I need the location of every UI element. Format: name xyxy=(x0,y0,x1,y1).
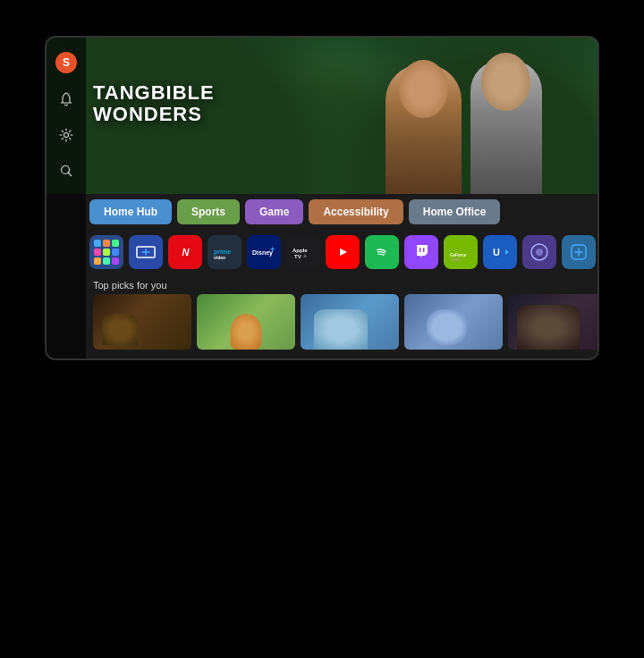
twitch-icon[interactable] xyxy=(404,235,438,269)
svg-text:video: video xyxy=(214,255,225,260)
tv-screen: S TANGBIBLE WONDERS xyxy=(45,36,599,360)
home-office-button[interactable]: Home Office xyxy=(409,199,501,224)
netflix-icon[interactable]: N xyxy=(168,235,202,269)
thumbnail-5[interactable] xyxy=(508,294,597,350)
thumbnail-3[interactable] xyxy=(301,294,399,350)
top-picks-label: Top picks for you xyxy=(47,274,597,294)
svg-point-22 xyxy=(536,249,543,256)
home-hub-button[interactable]: Home Hub xyxy=(89,199,172,224)
thumbnail-4[interactable] xyxy=(404,294,503,350)
spotify-icon[interactable] xyxy=(365,235,399,269)
svg-text:NOW: NOW xyxy=(452,257,461,262)
misc-app-1-icon[interactable] xyxy=(522,235,556,269)
disney-plus-icon[interactable]: Disney + xyxy=(247,235,281,269)
svg-text:+: + xyxy=(303,253,307,259)
all-apps-icon[interactable] xyxy=(89,235,123,269)
svg-rect-14 xyxy=(423,248,425,252)
svg-point-0 xyxy=(64,133,69,138)
game-button[interactable]: Game xyxy=(245,199,303,224)
quick-menu: Home Hub Sports Game Accessibility Home … xyxy=(47,194,597,230)
youtube-icon[interactable] xyxy=(326,235,360,269)
apple-tv-icon[interactable]: Apple TV + xyxy=(286,235,320,269)
geforce-now-icon[interactable]: NVIDIA GeForce NOW xyxy=(444,235,478,269)
svg-rect-13 xyxy=(419,248,421,252)
hero-characters xyxy=(365,51,562,194)
samsung-tv-plus-icon[interactable] xyxy=(129,235,163,269)
svg-text:+: + xyxy=(270,245,275,254)
user-avatar[interactable]: S xyxy=(55,52,77,73)
character-left xyxy=(386,64,462,194)
sports-button[interactable]: Sports xyxy=(177,199,240,224)
search-icon[interactable] xyxy=(56,161,76,181)
notifications-icon[interactable] xyxy=(56,89,76,109)
sidebar: S xyxy=(47,38,86,359)
thumbnail-1[interactable] xyxy=(93,294,191,350)
svg-text:U: U xyxy=(493,247,500,257)
hero-banner: TANGBIBLE WONDERS xyxy=(47,38,597,194)
svg-text:TV: TV xyxy=(294,254,301,259)
misc-app-2-icon[interactable] xyxy=(562,235,596,269)
character-right xyxy=(470,60,542,194)
accessibility-button[interactable]: Accessibility xyxy=(309,199,402,224)
thumbnails-row xyxy=(47,294,597,359)
thumbnail-2[interactable] xyxy=(197,294,295,350)
svg-text:NVIDIA: NVIDIA xyxy=(450,247,465,252)
settings-icon[interactable] xyxy=(56,125,76,145)
hero-title: TANGBIBLE WONDERS xyxy=(93,82,215,125)
utomik-icon[interactable]: U xyxy=(483,235,517,269)
prime-video-icon[interactable]: prime video xyxy=(208,235,242,269)
apps-row: N prime video Disney + Apple TV + xyxy=(47,230,597,274)
